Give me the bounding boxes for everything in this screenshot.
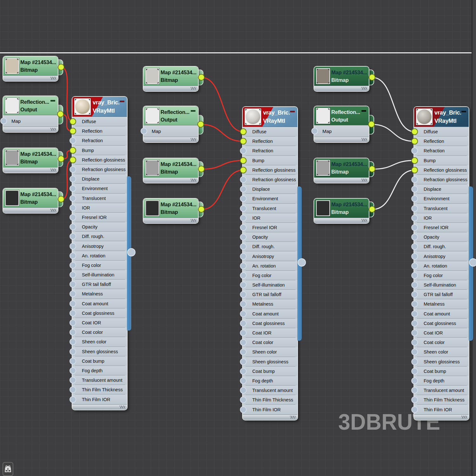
- input-socket-refraction[interactable]: [411, 148, 418, 154]
- bitmap-node[interactable]: Map #214534...Bitmap: [143, 67, 198, 91]
- input-socket-reflection[interactable]: [411, 138, 418, 145]
- input-socket-sheen-color[interactable]: [69, 339, 76, 345]
- input-socket-bump[interactable]: [240, 157, 247, 164]
- input-socket-anisotropy[interactable]: [69, 243, 76, 249]
- input-socket-fog-color[interactable]: [240, 272, 247, 279]
- input-socket-fresnel-ior[interactable]: [411, 224, 418, 231]
- output-socket[interactable]: [469, 258, 476, 267]
- output-map-node[interactable]: Reflection...OutputMap: [314, 106, 369, 142]
- input-socket-fog-color[interactable]: [411, 272, 418, 279]
- input-socket-coat-ior[interactable]: [69, 320, 76, 326]
- input-socket-opacity[interactable]: [411, 234, 418, 241]
- vraymtl-node[interactable]: vray_Bric...VRayMtlDiffuseReflectionRefr…: [414, 107, 469, 420]
- input-socket-reflection-glossiness[interactable]: [69, 156, 76, 163]
- material-preview-thumbnail[interactable]: [245, 109, 261, 125]
- bitmap-thumbnail[interactable]: [5, 190, 19, 206]
- input-socket-fog-color[interactable]: [69, 262, 76, 268]
- input-socket-reflection-glossiness[interactable]: [240, 167, 247, 173]
- input-socket-coat-amount[interactable]: [411, 310, 418, 317]
- input-socket-map[interactable]: [141, 128, 147, 135]
- bitmap-thumbnail[interactable]: [5, 58, 19, 74]
- input-socket-bump[interactable]: [411, 157, 418, 164]
- bitmap-node[interactable]: Map #214534...Bitmap: [3, 188, 58, 213]
- input-socket-coat-color[interactable]: [240, 339, 247, 346]
- vraymtl-node[interactable]: vray_Bric...VRayMtlDiffuseReflectionRefr…: [72, 97, 127, 410]
- minimize-icon[interactable]: [290, 111, 295, 112]
- bitmap-thumbnail[interactable]: [5, 150, 19, 166]
- output-socket[interactable]: [58, 196, 64, 202]
- input-socket-diffuse[interactable]: [240, 129, 247, 135]
- output-socket[interactable]: [369, 166, 375, 172]
- resize-grip[interactable]: [361, 87, 367, 90]
- input-socket-diff-rough[interactable]: [240, 243, 247, 250]
- minimize-icon[interactable]: [361, 110, 366, 112]
- resize-grip[interactable]: [50, 128, 56, 131]
- resize-grip[interactable]: [361, 219, 367, 222]
- output-socket[interactable]: [198, 166, 205, 172]
- input-socket-ior[interactable]: [240, 215, 247, 221]
- output-socket[interactable]: [197, 121, 204, 128]
- input-socket-coat-amount[interactable]: [69, 300, 76, 307]
- input-socket-gtr-tail-falloff[interactable]: [69, 281, 76, 288]
- bitmap-node[interactable]: Map #214534...Bitmap: [143, 158, 198, 183]
- input-socket-translucent[interactable]: [411, 205, 418, 212]
- input-socket-metalness[interactable]: [240, 301, 247, 307]
- input-socket-translucent-amount[interactable]: [69, 377, 76, 384]
- output-map-node[interactable]: Reflection...OutputMap: [3, 96, 58, 132]
- bitmap-thumbnail[interactable]: [145, 160, 159, 176]
- output-socket[interactable]: [198, 74, 205, 81]
- resize-grip[interactable]: [50, 169, 56, 171]
- input-socket-thin-film-ior[interactable]: [69, 396, 76, 403]
- input-socket-reflection[interactable]: [69, 128, 76, 135]
- input-socket-bump[interactable]: [69, 147, 76, 154]
- input-socket-coat-ior[interactable]: [411, 330, 418, 336]
- input-socket-environment[interactable]: [411, 195, 418, 202]
- input-socket-self-illumination[interactable]: [411, 282, 418, 288]
- input-socket-anisotropy[interactable]: [240, 253, 247, 260]
- input-socket-diff-rough[interactable]: [69, 233, 76, 240]
- vraymtl-node[interactable]: vray_Bric...VRayMtlDiffuseReflectionRefr…: [243, 107, 297, 420]
- resize-grip[interactable]: [191, 138, 196, 141]
- input-socket-coat-amount[interactable]: [240, 310, 247, 317]
- input-socket-metalness[interactable]: [411, 301, 418, 307]
- input-socket-metalness[interactable]: [69, 291, 76, 297]
- input-socket-environment[interactable]: [240, 195, 247, 202]
- input-socket-refraction-glossiness[interactable]: [240, 176, 247, 183]
- input-socket-an-rotation[interactable]: [69, 252, 76, 259]
- resize-grip[interactable]: [191, 87, 196, 90]
- bitmap-node[interactable]: Map #214534...Bitmap: [143, 199, 198, 223]
- resize-grip[interactable]: [191, 179, 196, 182]
- bitmap-thumbnail[interactable]: [316, 160, 330, 176]
- input-socket-fresnel-ior[interactable]: [240, 224, 247, 231]
- input-socket-sheen-glossiness[interactable]: [411, 358, 418, 365]
- input-socket-fog-depth[interactable]: [411, 377, 418, 384]
- bitmap-node[interactable]: Map #214534...Bitmap: [314, 67, 369, 91]
- bitmap-thumbnail[interactable]: [145, 200, 159, 216]
- input-socket-translucent[interactable]: [69, 195, 76, 202]
- input-socket-self-illumination[interactable]: [240, 282, 247, 288]
- input-socket-fresnel-ior[interactable]: [69, 214, 76, 221]
- input-socket-reflection[interactable]: [240, 138, 247, 145]
- resize-grip[interactable]: [290, 416, 295, 419]
- resize-grip[interactable]: [50, 209, 56, 212]
- input-socket-coat-bump[interactable]: [411, 368, 418, 374]
- resize-grip[interactable]: [361, 179, 367, 182]
- input-socket-translucent-amount[interactable]: [240, 387, 247, 394]
- bitmap-node[interactable]: Map #214534...Bitmap: [3, 148, 58, 173]
- output-socket[interactable]: [127, 248, 136, 256]
- input-socket-diffuse[interactable]: [69, 118, 76, 125]
- input-socket-reflection-glossiness[interactable]: [411, 167, 418, 173]
- input-socket-refraction[interactable]: [69, 137, 76, 144]
- input-socket-environment[interactable]: [69, 185, 76, 192]
- input-socket-coat-color[interactable]: [411, 339, 418, 346]
- bitmap-node[interactable]: Map #214534...Bitmap: [314, 158, 369, 183]
- input-socket-coat-ior[interactable]: [240, 330, 247, 336]
- input-socket-coat-glossiness[interactable]: [411, 320, 418, 327]
- input-socket-sheen-glossiness[interactable]: [69, 348, 76, 355]
- input-socket-displace[interactable]: [411, 186, 418, 193]
- input-socket-displace[interactable]: [69, 176, 76, 182]
- output-socket[interactable]: [198, 206, 205, 213]
- material-preview-thumbnail[interactable]: [74, 98, 91, 115]
- bitmap-node[interactable]: Map #214534...Bitmap: [3, 56, 58, 81]
- input-socket-ior[interactable]: [69, 204, 76, 211]
